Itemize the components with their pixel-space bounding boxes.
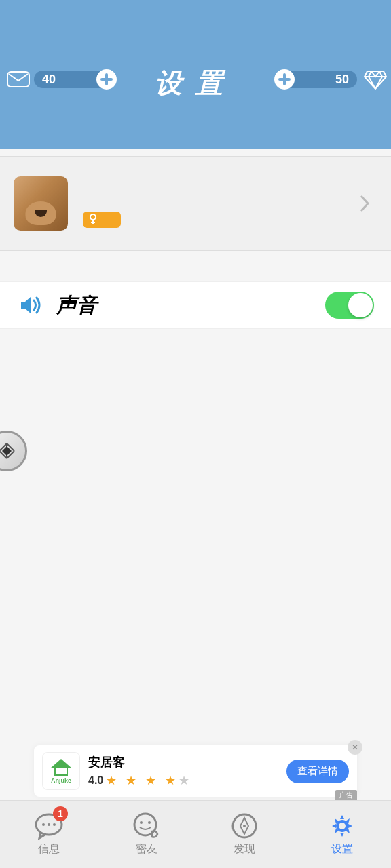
tab-label: 密友 [136, 842, 157, 856]
ad-brand-text: Anjuke [51, 777, 71, 784]
ad-app-icon: Anjuke [42, 752, 80, 790]
gear-icon [327, 812, 357, 840]
toggle-knob [348, 293, 373, 317]
messages-badge: 1 [53, 806, 68, 821]
ad-score: 4.0 [88, 774, 103, 787]
ad-banner[interactable]: Anjuke 安居客 4.0 ★ ★ ★ ★ ★ 查看详情 ✕ 广告 [34, 745, 357, 797]
tab-friends[interactable]: 密友 [98, 801, 196, 868]
mail-icon[interactable] [7, 71, 30, 87]
star-empty-icon: ★ [179, 773, 189, 788]
ad-title: 安居客 [88, 754, 189, 770]
svg-point-10 [148, 821, 151, 824]
svg-point-7 [53, 823, 56, 826]
compass-icon [229, 812, 259, 840]
svg-point-1 [90, 214, 96, 220]
sound-label: 声音 [56, 292, 97, 319]
ad-cta-button[interactable]: 查看详情 [286, 760, 349, 783]
add-coins-right-icon[interactable] [274, 69, 295, 90]
coins-left-pill[interactable]: 40 [34, 71, 115, 88]
svg-point-5 [42, 823, 45, 826]
tab-messages[interactable]: 1 信息 [0, 801, 98, 868]
svg-point-9 [140, 821, 143, 824]
coins-right-value: 50 [335, 73, 357, 87]
gender-badge [83, 212, 121, 228]
ad-rating: 4.0 ★ ★ ★ ★ ★ [88, 773, 189, 788]
star-icon: ★ ★ ★ ★ [106, 773, 179, 788]
svg-rect-0 [7, 72, 29, 87]
header: 设置 40 50 [0, 0, 391, 149]
svg-point-13 [337, 821, 347, 831]
sound-row: 声音 [0, 281, 391, 329]
add-coins-left-icon[interactable] [96, 69, 117, 90]
ad-close-button[interactable]: ✕ [348, 740, 362, 755]
tab-label: 信息 [38, 842, 60, 856]
svg-point-6 [48, 823, 50, 826]
sound-icon [17, 292, 43, 318]
coins-left-value: 40 [34, 73, 56, 87]
sound-toggle[interactable] [325, 292, 374, 319]
tab-settings[interactable]: 设置 [293, 801, 391, 868]
diamond-icon[interactable] [363, 70, 388, 90]
tab-label: 发现 [234, 842, 255, 856]
tabbar: 1 信息 密友 发现 设置 [0, 800, 391, 868]
tab-discover[interactable]: 发现 [196, 801, 293, 868]
avatar [14, 176, 68, 231]
ad-info: 安居客 4.0 ★ ★ ★ ★ ★ [88, 754, 189, 788]
play-icon [0, 441, 17, 461]
profile-row[interactable] [0, 156, 391, 251]
ad-tag: 广告 [335, 790, 357, 801]
smile-icon [132, 812, 162, 840]
svg-point-12 [243, 825, 246, 827]
tab-label: 设置 [331, 842, 353, 856]
coins-right-pill[interactable]: 50 [276, 71, 357, 88]
female-icon [88, 214, 98, 226]
floating-button[interactable] [0, 431, 27, 471]
chevron-right-icon [358, 193, 371, 214]
